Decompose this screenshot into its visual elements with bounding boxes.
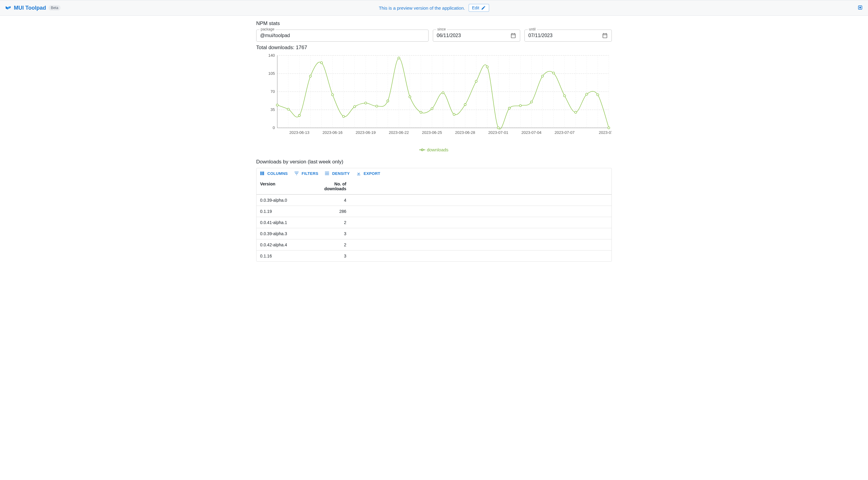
svg-point-85	[608, 127, 610, 129]
columns-icon	[259, 171, 265, 176]
package-input-value[interactable]	[260, 33, 425, 38]
svg-point-84	[597, 94, 599, 96]
package-input[interactable]: package	[256, 30, 429, 41]
cell-version: 0.1.16	[256, 250, 314, 262]
cell-downloads: 4	[314, 195, 350, 206]
svg-text:140: 140	[268, 53, 275, 58]
cell-downloads: 3	[314, 250, 350, 262]
topbar-right	[857, 4, 863, 11]
svg-point-79	[541, 75, 544, 77]
edit-button[interactable]: Edit	[469, 4, 489, 12]
legend-label: downloads	[427, 147, 448, 152]
filter-icon	[294, 171, 299, 176]
svg-point-69	[431, 108, 433, 110]
svg-point-83	[586, 93, 588, 95]
svg-point-75	[497, 127, 499, 129]
filters-button[interactable]: FILTERS	[294, 171, 318, 176]
svg-point-65	[387, 100, 389, 102]
svg-text:2023-06-28: 2023-06-28	[455, 130, 475, 135]
columns-button[interactable]: COLUMNS	[259, 171, 288, 176]
svg-point-72	[464, 103, 466, 106]
table-row[interactable]: 0.1.19286	[256, 206, 612, 217]
svg-point-64	[376, 105, 378, 107]
svg-text:70: 70	[271, 89, 275, 94]
versions-grid: COLUMNS FILTERS DENSITY EXPORT Version N…	[256, 168, 612, 262]
svg-point-57	[299, 114, 301, 116]
since-label: since	[436, 27, 447, 31]
cell-version: 0.0.39-alpha.0	[256, 195, 314, 206]
svg-text:2023-06-25: 2023-06-25	[422, 130, 442, 135]
brand: MUI Toolpad Beta	[5, 4, 61, 11]
table-row[interactable]: 0.0.42-alpha.42	[256, 239, 612, 250]
topbar-center: This is a preview version of the applica…	[379, 4, 489, 12]
grid-toolbar: COLUMNS FILTERS DENSITY EXPORT	[256, 168, 612, 179]
svg-text:2023-06-13: 2023-06-13	[289, 130, 310, 135]
calendar-icon[interactable]	[510, 33, 516, 38]
cell-version: 0.0.39-alpha.3	[256, 228, 314, 239]
chart-legend: downloads	[256, 147, 612, 152]
svg-point-56	[287, 108, 289, 110]
table-row[interactable]: 0.0.41-alpha.12	[256, 217, 612, 228]
svg-point-1	[859, 7, 861, 8]
versions-title: Downloads by version (last week only)	[256, 159, 612, 165]
cell-version: 0.1.19	[256, 206, 314, 217]
svg-point-71	[453, 113, 455, 116]
svg-point-62	[353, 106, 355, 108]
legend-marker-icon	[420, 149, 425, 151]
since-value[interactable]	[437, 33, 510, 38]
grid-header: Version No. of downloads	[256, 179, 612, 194]
preview-banner-text: This is a preview version of the applica…	[379, 5, 465, 10]
brightness-icon[interactable]	[857, 4, 863, 11]
svg-point-77	[519, 104, 521, 107]
cell-downloads: 3	[314, 228, 350, 239]
svg-point-73	[475, 80, 477, 82]
pencil-icon	[481, 5, 486, 10]
export-button[interactable]: EXPORT	[356, 171, 380, 176]
col-downloads[interactable]: No. of downloads	[314, 179, 350, 194]
table-row[interactable]: 0.0.39-alpha.33	[256, 228, 612, 239]
density-icon	[324, 171, 330, 176]
svg-point-60	[332, 94, 334, 96]
cell-downloads: 2	[314, 239, 350, 250]
density-button[interactable]: DENSITY	[324, 171, 350, 176]
total-downloads: Total downloads: 1767	[256, 44, 612, 51]
download-icon	[356, 171, 361, 176]
svg-text:35: 35	[271, 107, 275, 112]
svg-point-58	[310, 75, 312, 77]
until-date-input[interactable]: until	[524, 30, 612, 41]
svg-text:2023-07-11: 2023-07-11	[599, 130, 612, 135]
cell-downloads: 2	[314, 217, 350, 228]
cell-downloads: 286	[314, 206, 350, 217]
svg-point-81	[564, 95, 566, 97]
svg-text:2023-06-19: 2023-06-19	[355, 130, 376, 135]
table-row[interactable]: 0.1.163	[256, 250, 612, 262]
col-version[interactable]: Version	[256, 179, 314, 194]
svg-text:2023-07-07: 2023-07-07	[555, 130, 575, 135]
calendar-icon[interactable]	[602, 33, 608, 38]
svg-point-68	[420, 111, 422, 113]
svg-point-76	[508, 107, 510, 109]
since-date-input[interactable]: since	[433, 30, 520, 41]
page-title: NPM stats	[256, 21, 612, 27]
cell-version: 0.0.41-alpha.1	[256, 217, 314, 228]
table-row[interactable]: 0.0.39-alpha.04	[256, 194, 612, 206]
svg-point-74	[486, 66, 488, 68]
svg-point-59	[320, 62, 322, 64]
svg-point-55	[276, 104, 278, 106]
page-content: NPM stats package since until Total down…	[256, 16, 612, 269]
svg-text:105: 105	[268, 71, 275, 76]
brand-title: MUI Toolpad	[14, 5, 46, 11]
filters-row: package since until	[256, 30, 612, 41]
svg-point-70	[442, 92, 444, 94]
svg-point-80	[553, 72, 555, 74]
svg-point-63	[365, 102, 367, 104]
brand-logo-icon	[5, 4, 11, 11]
svg-point-78	[530, 101, 532, 103]
svg-text:0: 0	[273, 125, 275, 130]
beta-badge: Beta	[49, 5, 61, 10]
until-value[interactable]	[528, 33, 602, 38]
svg-point-61	[343, 116, 345, 118]
grid-body: 0.0.39-alpha.040.1.192860.0.41-alpha.120…	[256, 194, 612, 262]
topbar: MUI Toolpad Beta This is a preview versi…	[0, 0, 868, 16]
svg-text:2023-06-22: 2023-06-22	[389, 130, 409, 135]
